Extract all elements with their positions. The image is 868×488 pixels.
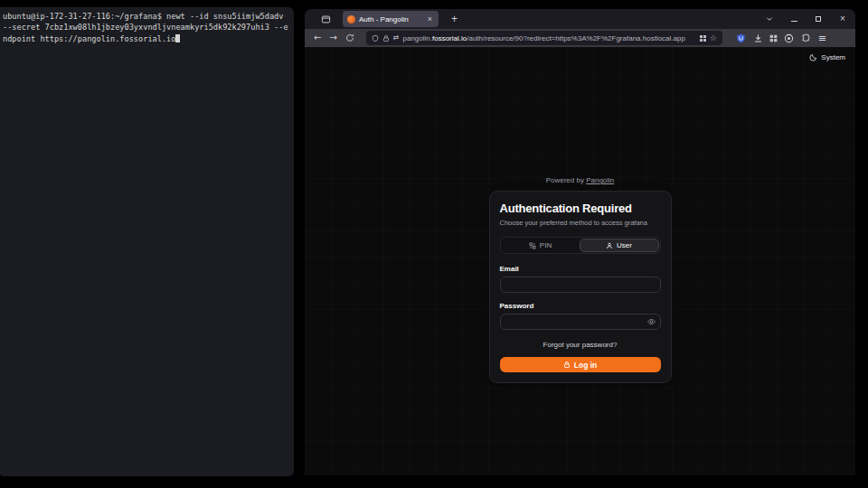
pangolin-favicon-icon (347, 15, 355, 23)
containers-grid-icon[interactable] (700, 35, 706, 42)
extensions-icon[interactable] (769, 34, 777, 42)
desktop: ubuntu@ip-172-31-27-116:~/grafana$ newt … (0, 0, 868, 488)
terminal-window[interactable]: ubuntu@ip-172-31-27-116:~/grafana$ newt … (0, 7, 294, 476)
tracking-shield-icon[interactable] (372, 34, 379, 42)
tab-close-icon[interactable]: × (426, 14, 434, 23)
forward-icon[interactable]: → (329, 33, 336, 42)
login-lock-icon (563, 361, 571, 369)
password-label: Password (500, 302, 661, 310)
nav-toolbar: ← → ⇄ pangolin.fossori (305, 29, 855, 47)
powered-by-text: Powered by (546, 176, 584, 184)
url-bar[interactable]: ⇄ pangolin.fossorial.io/auth/resource/90… (366, 31, 722, 45)
card-subtitle: Choose your preferred method to access g… (500, 219, 661, 227)
terminal-line: --secret 7cbz1xw08lh1jbzey03yxvndljvneam… (3, 23, 288, 32)
tab-list-chevron-icon[interactable] (764, 14, 775, 24)
card-title: Authentication Required (500, 202, 661, 215)
firefox-view-icon[interactable] (317, 12, 334, 26)
ublock-extension-icon[interactable] (736, 33, 746, 43)
terminal-output: ubuntu@ip-172-31-27-116:~/grafana$ newt … (0, 7, 294, 44)
pin-keypad-icon (529, 242, 536, 249)
tab-user-label: User (617, 241, 632, 249)
forgot-password-link[interactable]: Forgot your password? (500, 341, 661, 349)
terminal-cursor (175, 34, 180, 43)
theme-label: System (821, 53, 845, 61)
menu-icon[interactable]: ≡ (818, 33, 826, 44)
reload-icon[interactable] (345, 33, 354, 42)
auth-card: Authentication Required Choose your pref… (489, 191, 672, 383)
email-label: Email (500, 265, 661, 273)
swap-arrows-icon[interactable]: ⇄ (393, 34, 400, 42)
downloads-icon[interactable] (753, 33, 763, 43)
browser-tab-auth-pangolin[interactable]: Auth - Pangolin × (343, 11, 439, 27)
browser-window: Auth - Pangolin × + × ← → (305, 9, 855, 475)
login-button-label: Log in (574, 361, 598, 370)
terminal-line: ndpoint https://pangolin.fossorial.io (3, 34, 175, 43)
page-content: System Powered by Pangolin Authenticatio… (305, 47, 855, 475)
window-close-button[interactable]: × (837, 14, 848, 24)
back-icon[interactable]: ← (314, 33, 321, 42)
maximize-button[interactable] (813, 14, 824, 24)
auth-section: Powered by Pangolin Authentication Requi… (489, 176, 672, 383)
pangolin-link[interactable]: Pangolin (586, 176, 614, 184)
tab-title: Auth - Pangolin (359, 15, 422, 23)
url-text: pangolin.fossorial.io/auth/resource/90?r… (402, 34, 695, 42)
moon-icon (809, 53, 817, 61)
new-tab-button[interactable]: + (448, 13, 461, 25)
puzzle-icon[interactable] (801, 33, 811, 43)
minimize-button[interactable] (788, 14, 799, 24)
lock-icon[interactable] (382, 34, 390, 42)
tab-pin[interactable]: PIN (502, 239, 580, 252)
tab-user[interactable]: User (580, 239, 659, 252)
powered-by: Powered by Pangolin (489, 176, 672, 184)
bookmark-star-icon[interactable]: ☆ (710, 34, 717, 42)
show-password-eye-icon[interactable] (647, 318, 656, 325)
tab-pin-label: PIN (540, 241, 552, 249)
user-icon (606, 242, 613, 249)
password-field[interactable] (500, 314, 661, 330)
auth-method-tabs: PIN User (500, 237, 661, 254)
theme-toggle[interactable]: System (809, 53, 845, 61)
account-icon[interactable] (784, 33, 794, 43)
tab-bar: Auth - Pangolin × + × (305, 9, 855, 29)
email-field[interactable] (500, 277, 661, 293)
terminal-line: ubuntu@ip-172-31-27-116:~/grafana$ newt … (3, 12, 283, 21)
login-button[interactable]: Log in (500, 357, 661, 372)
